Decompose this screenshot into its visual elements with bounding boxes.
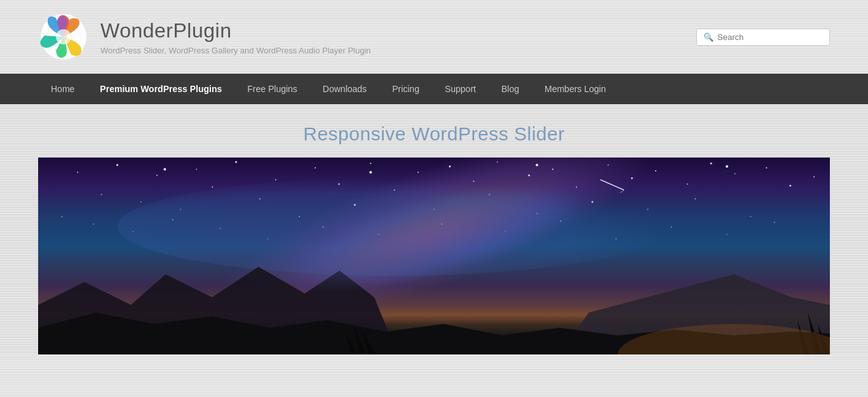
svg-point-34: [299, 216, 300, 217]
svg-point-2: [60, 33, 67, 41]
svg-point-27: [766, 167, 767, 168]
svg-point-25: [710, 163, 712, 165]
section-title: Responsive WordPress Slider: [38, 123, 830, 145]
svg-point-42: [750, 216, 751, 217]
nav-link-home[interactable]: Home: [38, 74, 87, 104]
svg-point-57: [774, 222, 775, 223]
site-info: WonderPlugin WordPress Slider, WordPress…: [100, 18, 371, 55]
svg-point-28: [789, 185, 791, 187]
svg-point-56: [726, 234, 728, 235]
main-nav: Home Premium WordPress Plugins Free Plug…: [0, 74, 868, 104]
svg-point-39: [592, 201, 593, 203]
svg-point-12: [370, 163, 371, 164]
nav-item-support[interactable]: Support: [432, 74, 489, 104]
svg-point-3: [77, 172, 78, 173]
svg-point-60: [369, 171, 372, 173]
svg-point-30: [101, 194, 102, 195]
svg-point-9: [275, 179, 276, 180]
nav-item-home[interactable]: Home: [38, 74, 87, 104]
slider-background: [38, 158, 830, 354]
site-header: WonderPlugin WordPress Slider, WordPress…: [0, 0, 868, 74]
svg-point-32: [180, 208, 181, 210]
search-box[interactable]: 🔍: [696, 29, 830, 46]
site-tagline: WordPress Slider, WordPress Gallery and …: [100, 46, 371, 55]
svg-point-17: [497, 161, 498, 163]
svg-point-15: [449, 165, 451, 167]
svg-point-31: [140, 201, 142, 203]
nav-link-pricing[interactable]: Pricing: [379, 74, 432, 104]
svg-point-29: [813, 176, 815, 177]
svg-point-16: [473, 180, 474, 182]
search-input[interactable]: [717, 32, 823, 42]
svg-point-13: [394, 189, 395, 191]
nav-item-blog[interactable]: Blog: [489, 74, 532, 104]
nav-link-blog[interactable]: Blog: [489, 74, 532, 104]
svg-point-33: [259, 198, 261, 199]
svg-point-45: [133, 231, 134, 232]
svg-point-24: [687, 184, 688, 185]
svg-point-61: [163, 168, 166, 171]
svg-point-43: [61, 216, 62, 217]
svg-point-26: [734, 173, 735, 175]
svg-point-21: [607, 165, 609, 166]
search-icon: 🔍: [703, 32, 714, 42]
svg-point-46: [172, 219, 173, 220]
svg-point-4: [116, 164, 118, 166]
svg-point-41: [695, 198, 696, 199]
svg-point-14: [417, 172, 419, 173]
header-left: WonderPlugin WordPress Slider, WordPress…: [38, 11, 371, 62]
svg-point-23: [655, 170, 656, 172]
svg-point-8: [235, 161, 237, 163]
svg-point-7: [212, 187, 213, 188]
nav-item-members[interactable]: Members Login: [532, 74, 619, 104]
main-content: Responsive WordPress Slider: [0, 104, 868, 354]
svg-point-10: [315, 167, 316, 168]
svg-point-47: [220, 228, 221, 229]
svg-point-11: [338, 183, 340, 185]
nav-link-premium[interactable]: Premium WordPress Plugins: [87, 74, 234, 104]
nav-link-downloads[interactable]: Downloads: [310, 74, 379, 104]
nav-item-free[interactable]: Free Plugins: [234, 74, 310, 104]
svg-point-44: [93, 224, 94, 225]
nav-item-pricing[interactable]: Pricing: [379, 74, 432, 104]
nav-list: Home Premium WordPress Plugins Free Plug…: [38, 74, 830, 104]
site-title: WonderPlugin: [100, 18, 371, 43]
nav-item-downloads[interactable]: Downloads: [310, 74, 379, 104]
svg-point-63: [536, 164, 538, 166]
svg-line-58: [600, 180, 624, 190]
site-logo[interactable]: [38, 11, 89, 62]
svg-point-49: [323, 226, 324, 227]
nav-link-support[interactable]: Support: [432, 74, 489, 104]
svg-line-59: [620, 190, 624, 193]
nav-link-members[interactable]: Members Login: [532, 74, 619, 104]
svg-point-35: [354, 204, 356, 206]
nav-link-free[interactable]: Free Plugins: [234, 74, 310, 104]
svg-point-19: [552, 169, 553, 170]
svg-point-40: [647, 208, 648, 210]
svg-point-22: [631, 177, 633, 179]
svg-point-55: [671, 226, 672, 227]
nav-item-premium[interactable]: Premium WordPress Plugins: [87, 74, 234, 104]
hero-slider[interactable]: [38, 158, 830, 354]
svg-point-18: [528, 174, 530, 176]
svg-point-62: [726, 165, 728, 168]
svg-point-6: [196, 169, 197, 170]
svg-point-5: [156, 175, 158, 176]
